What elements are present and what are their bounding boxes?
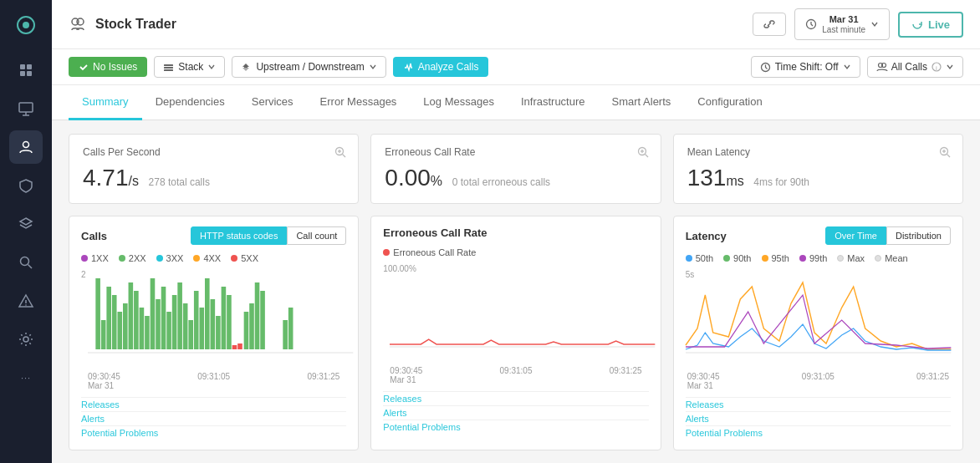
svg-line-33 [645,155,648,158]
svg-rect-69 [255,282,260,349]
svg-rect-22 [164,69,173,71]
erroneous-alerts[interactable]: Alerts [383,405,648,420]
svg-line-37 [947,155,951,158]
timeshift-button[interactable]: Time Shift: Off [751,56,860,78]
legend-95th: 95th [762,253,789,263]
warning-icon[interactable] [9,284,43,318]
erroneous-zoom-icon[interactable] [637,146,649,160]
http-status-btn[interactable]: HTTP status codes [191,226,287,245]
tab-dependencies[interactable]: Dependencies [142,85,238,120]
svg-rect-50 [151,278,156,349]
info-icon: i [932,62,942,72]
date-display: Mar 31 Last minute [822,14,865,34]
tab-smart-alerts[interactable]: Smart Alerts [599,85,685,120]
erroneous-potential-problems[interactable]: Potential Problems [383,420,648,434]
stack-icon [163,62,174,73]
svg-rect-43 [112,295,117,349]
no-issues-button[interactable]: No Issues [69,57,147,77]
live-button[interactable]: Live [898,12,963,38]
svg-rect-59 [199,308,204,349]
calls-per-second-value: 4.71 [83,165,129,191]
svg-rect-49 [145,316,150,349]
erroneous-chart-header: Erroneous Call Rate [383,226,648,239]
calls-chart-header: Calls HTTP status codes Call count [81,226,346,245]
stack-button[interactable]: Stack [154,56,225,78]
distribution-btn[interactable]: Distribution [886,226,951,245]
latency-chart-title: Latency [686,230,727,242]
erroneous-legend: Erroneous Call Rate [383,247,648,257]
analyze-icon [403,62,414,73]
no-issues-label: No Issues [93,61,137,73]
more-icon[interactable]: ··· [9,361,43,394]
calls-per-second-card: Calls Per Second 4.71/s 278 total calls [69,134,359,204]
erroneous-call-rate-card: Erroneous Call Rate 0.00% 0 total errone… [370,134,661,204]
calls-potential-problems[interactable]: Potential Problems [81,425,346,440]
svg-line-12 [28,265,33,269]
tab-summary[interactable]: Summary [69,85,142,120]
latency-legend: 50th 90th 95th 99th Max Mean [686,253,951,263]
clock-icon [805,18,817,30]
calls-releases[interactable]: Releases [81,397,346,411]
svg-rect-72 [288,308,293,349]
legend-99th: 99th [799,253,827,263]
erroneous-call-rate-unit: % [431,174,442,188]
svg-rect-2 [20,64,25,69]
erroneous-y-label: 100.00% [383,264,416,273]
latency-potential-problems[interactable]: Potential Problems [686,425,951,440]
calls-per-second-unit: /s [129,174,139,188]
latency-alerts[interactable]: Alerts [686,411,951,425]
link-button[interactable] [753,13,786,36]
chevron-down-icon [870,20,879,28]
analyze-calls-button[interactable]: Analyze Calls [393,57,489,77]
allcalls-button[interactable]: All Calls i [867,56,963,78]
svg-rect-66 [237,343,242,349]
svg-rect-45 [123,303,128,349]
tab-log-messages[interactable]: Log Messages [410,85,508,120]
toolbar: No Issues Stack Upstream / Downstream An… [52,49,980,85]
svg-rect-62 [216,316,221,349]
overtime-btn[interactable]: Over Time [825,226,886,245]
timeshift-chevron-icon [843,63,851,71]
mean-latency-card: Mean Latency 131ms 4ms for 90th [673,134,963,204]
toolbar-right: Time Shift: Off All Calls i [751,56,963,78]
calls-zoom-icon[interactable] [334,146,346,160]
erroneous-releases[interactable]: Releases [383,391,648,405]
tab-error-messages[interactable]: Error Messages [307,85,411,120]
svg-rect-52 [161,287,166,349]
calls-chart-card: Calls HTTP status codes Call count 1XX 2… [69,216,359,450]
layers-icon[interactable] [9,207,43,241]
calls-per-second-sub: 278 total calls [149,176,210,188]
svg-rect-57 [188,320,193,349]
svg-point-1 [23,22,29,28]
svg-rect-21 [164,67,173,69]
svg-point-18 [77,18,84,25]
home-icon[interactable] [9,53,43,87]
monitor-icon[interactable] [9,92,43,125]
tab-configuration[interactable]: Configuration [684,85,775,120]
timeshift-label: Time Shift: Off [775,61,839,73]
calls-alerts[interactable]: Alerts [81,411,346,425]
svg-rect-70 [260,291,265,349]
legend-max: Max [837,253,865,263]
gear-icon[interactable] [9,323,43,356]
upstream-downstream-button[interactable]: Upstream / Downstream [232,56,385,78]
header-right: Mar 31 Last minute Live [753,8,963,40]
calls-chart-footer: Releases Alerts Potential Problems [81,397,346,440]
latency-zoom-icon[interactable] [939,146,951,160]
logo-icon[interactable] [9,8,43,42]
analyze-label: Analyze Calls [418,61,479,73]
shield-icon[interactable] [9,169,43,202]
svg-rect-56 [183,303,188,349]
svg-rect-61 [211,299,216,349]
call-count-btn[interactable]: Call count [287,226,346,245]
legend-4xx: 4XX [193,253,221,263]
svg-rect-68 [249,303,254,349]
svg-rect-5 [27,71,32,76]
latency-releases[interactable]: Releases [686,397,951,411]
stack-label: Stack [178,61,203,73]
tab-services[interactable]: Services [238,85,307,120]
search-icon[interactable] [9,246,43,279]
tab-infrastructure[interactable]: Infrastructure [508,85,599,120]
user-icon[interactable] [9,130,43,164]
date-button[interactable]: Mar 31 Last minute [794,8,890,40]
